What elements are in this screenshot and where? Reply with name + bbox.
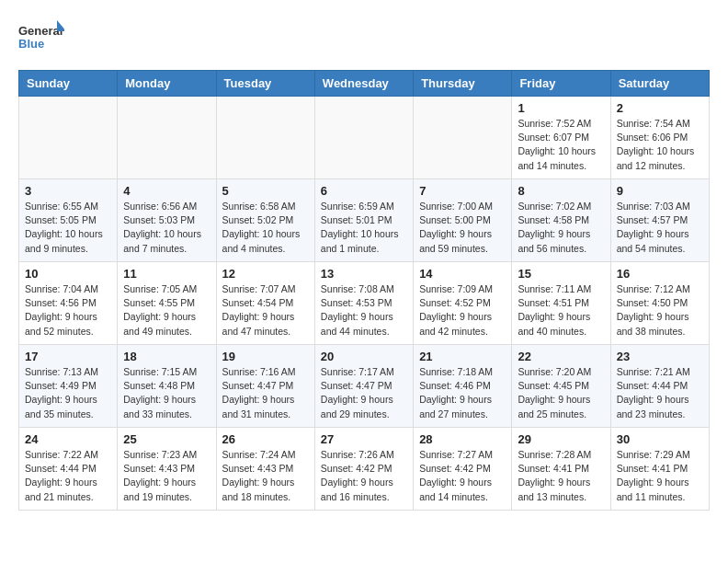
day-number: 29 (518, 432, 604, 446)
day-number: 24 (25, 432, 111, 446)
day-number: 26 (222, 432, 309, 446)
calendar-table: SundayMondayTuesdayWednesdayThursdayFrid… (18, 70, 710, 511)
day-info: Sunrise: 7:16 AM Sunset: 4:47 PM Dayligh… (222, 365, 309, 421)
day-info: Sunrise: 7:03 AM Sunset: 4:57 PM Dayligh… (617, 200, 703, 256)
day-info: Sunrise: 7:00 AM Sunset: 5:00 PM Dayligh… (419, 200, 506, 256)
calendar-header-saturday: Saturday (610, 71, 709, 97)
day-info: Sunrise: 6:59 AM Sunset: 5:01 PM Dayligh… (321, 200, 407, 256)
calendar-cell: 21Sunrise: 7:18 AM Sunset: 4:46 PM Dayli… (414, 345, 512, 428)
calendar-cell: 28Sunrise: 7:27 AM Sunset: 4:42 PM Dayli… (414, 428, 512, 511)
calendar-cell: 2Sunrise: 7:54 AM Sunset: 6:06 PM Daylig… (610, 97, 709, 179)
logo: General Blue (18, 18, 64, 55)
day-number: 21 (419, 350, 506, 363)
day-info: Sunrise: 7:17 AM Sunset: 4:47 PM Dayligh… (321, 365, 407, 421)
calendar-cell: 11Sunrise: 7:05 AM Sunset: 4:55 PM Dayli… (118, 262, 216, 345)
calendar-header-tuesday: Tuesday (216, 71, 314, 97)
day-number: 10 (25, 267, 111, 281)
calendar-cell: 23Sunrise: 7:21 AM Sunset: 4:44 PM Dayli… (610, 345, 709, 428)
day-info: Sunrise: 7:09 AM Sunset: 4:52 PM Dayligh… (419, 282, 506, 339)
calendar-cell: 26Sunrise: 7:24 AM Sunset: 4:43 PM Dayli… (216, 428, 314, 511)
day-info: Sunrise: 7:11 AM Sunset: 4:51 PM Dayligh… (518, 282, 604, 339)
page-header: General Blue (18, 18, 710, 55)
day-info: Sunrise: 7:22 AM Sunset: 4:44 PM Dayligh… (25, 448, 111, 504)
calendar-cell: 25Sunrise: 7:23 AM Sunset: 4:43 PM Dayli… (118, 428, 216, 511)
day-info: Sunrise: 7:20 AM Sunset: 4:45 PM Dayligh… (518, 365, 604, 421)
day-number: 23 (617, 350, 703, 363)
calendar-cell: 20Sunrise: 7:17 AM Sunset: 4:47 PM Dayli… (314, 345, 413, 428)
calendar-header-sunday: Sunday (19, 71, 118, 97)
calendar-cell (19, 97, 118, 179)
day-number: 5 (222, 184, 309, 198)
day-info: Sunrise: 7:27 AM Sunset: 4:42 PM Dayligh… (419, 448, 506, 504)
day-number: 28 (419, 432, 506, 446)
calendar-cell: 4Sunrise: 6:56 AM Sunset: 5:03 PM Daylig… (118, 179, 216, 262)
day-number: 16 (617, 267, 703, 281)
day-number: 14 (419, 267, 506, 281)
day-number: 11 (123, 267, 210, 281)
day-info: Sunrise: 7:28 AM Sunset: 4:41 PM Dayligh… (518, 448, 604, 504)
calendar-cell: 1Sunrise: 7:52 AM Sunset: 6:07 PM Daylig… (512, 97, 610, 179)
calendar-cell: 7Sunrise: 7:00 AM Sunset: 5:00 PM Daylig… (414, 179, 512, 262)
calendar-cell: 18Sunrise: 7:15 AM Sunset: 4:48 PM Dayli… (118, 345, 216, 428)
day-number: 19 (222, 350, 309, 363)
calendar-cell: 29Sunrise: 7:28 AM Sunset: 4:41 PM Dayli… (512, 428, 610, 511)
day-info: Sunrise: 7:13 AM Sunset: 4:49 PM Dayligh… (25, 365, 111, 421)
calendar-cell: 16Sunrise: 7:12 AM Sunset: 4:50 PM Dayli… (610, 262, 709, 345)
day-number: 20 (321, 350, 407, 363)
day-number: 18 (123, 350, 210, 363)
day-info: Sunrise: 7:02 AM Sunset: 4:58 PM Dayligh… (518, 200, 604, 256)
calendar-cell (414, 97, 512, 179)
calendar-header-thursday: Thursday (414, 71, 512, 97)
calendar-header-monday: Monday (118, 71, 216, 97)
day-info: Sunrise: 6:55 AM Sunset: 5:05 PM Dayligh… (25, 200, 111, 256)
calendar-week-row: 24Sunrise: 7:22 AM Sunset: 4:44 PM Dayli… (19, 428, 710, 511)
day-number: 7 (419, 184, 506, 198)
day-info: Sunrise: 7:26 AM Sunset: 4:42 PM Dayligh… (321, 448, 407, 504)
calendar-cell: 13Sunrise: 7:08 AM Sunset: 4:53 PM Dayli… (314, 262, 413, 345)
day-number: 22 (518, 350, 604, 363)
calendar-header-row: SundayMondayTuesdayWednesdayThursdayFrid… (19, 71, 710, 97)
day-info: Sunrise: 7:18 AM Sunset: 4:46 PM Dayligh… (419, 365, 506, 421)
svg-text:Blue: Blue (18, 37, 44, 51)
day-info: Sunrise: 7:15 AM Sunset: 4:48 PM Dayligh… (123, 365, 210, 421)
calendar-cell: 8Sunrise: 7:02 AM Sunset: 4:58 PM Daylig… (512, 179, 610, 262)
calendar-cell: 5Sunrise: 6:58 AM Sunset: 5:02 PM Daylig… (216, 179, 314, 262)
calendar-cell: 10Sunrise: 7:04 AM Sunset: 4:56 PM Dayli… (19, 262, 118, 345)
calendar-cell: 24Sunrise: 7:22 AM Sunset: 4:44 PM Dayli… (19, 428, 118, 511)
svg-text:General: General (18, 24, 63, 38)
calendar-cell: 19Sunrise: 7:16 AM Sunset: 4:47 PM Dayli… (216, 345, 314, 428)
calendar-cell: 14Sunrise: 7:09 AM Sunset: 4:52 PM Dayli… (414, 262, 512, 345)
day-number: 13 (321, 267, 407, 281)
day-number: 6 (321, 184, 407, 198)
day-number: 25 (123, 432, 210, 446)
calendar-header-friday: Friday (512, 71, 610, 97)
day-number: 2 (617, 101, 703, 115)
day-info: Sunrise: 7:08 AM Sunset: 4:53 PM Dayligh… (321, 282, 407, 339)
day-number: 4 (123, 184, 210, 198)
day-info: Sunrise: 7:29 AM Sunset: 4:41 PM Dayligh… (617, 448, 703, 504)
calendar-cell: 12Sunrise: 7:07 AM Sunset: 4:54 PM Dayli… (216, 262, 314, 345)
calendar-cell: 6Sunrise: 6:59 AM Sunset: 5:01 PM Daylig… (314, 179, 413, 262)
calendar-week-row: 3Sunrise: 6:55 AM Sunset: 5:05 PM Daylig… (19, 179, 710, 262)
day-info: Sunrise: 7:04 AM Sunset: 4:56 PM Dayligh… (25, 282, 111, 339)
calendar-body: 1Sunrise: 7:52 AM Sunset: 6:07 PM Daylig… (19, 97, 710, 511)
day-info: Sunrise: 7:24 AM Sunset: 4:43 PM Dayligh… (222, 448, 309, 504)
day-info: Sunrise: 7:12 AM Sunset: 4:50 PM Dayligh… (617, 282, 703, 339)
calendar-cell: 3Sunrise: 6:55 AM Sunset: 5:05 PM Daylig… (19, 179, 118, 262)
day-info: Sunrise: 7:05 AM Sunset: 4:55 PM Dayligh… (123, 282, 210, 339)
day-info: Sunrise: 6:56 AM Sunset: 5:03 PM Dayligh… (123, 200, 210, 256)
day-info: Sunrise: 7:52 AM Sunset: 6:07 PM Dayligh… (518, 117, 604, 173)
calendar-cell: 15Sunrise: 7:11 AM Sunset: 4:51 PM Dayli… (512, 262, 610, 345)
calendar-cell (118, 97, 216, 179)
day-number: 17 (25, 350, 111, 363)
day-number: 3 (25, 184, 111, 198)
day-info: Sunrise: 7:54 AM Sunset: 6:06 PM Dayligh… (617, 117, 703, 173)
day-info: Sunrise: 6:58 AM Sunset: 5:02 PM Dayligh… (222, 200, 309, 256)
calendar-header-wednesday: Wednesday (314, 71, 413, 97)
day-number: 8 (518, 184, 604, 198)
day-number: 30 (617, 432, 703, 446)
calendar-cell: 17Sunrise: 7:13 AM Sunset: 4:49 PM Dayli… (19, 345, 118, 428)
day-number: 9 (617, 184, 703, 198)
calendar-cell: 27Sunrise: 7:26 AM Sunset: 4:42 PM Dayli… (314, 428, 413, 511)
calendar-week-row: 17Sunrise: 7:13 AM Sunset: 4:49 PM Dayli… (19, 345, 710, 428)
